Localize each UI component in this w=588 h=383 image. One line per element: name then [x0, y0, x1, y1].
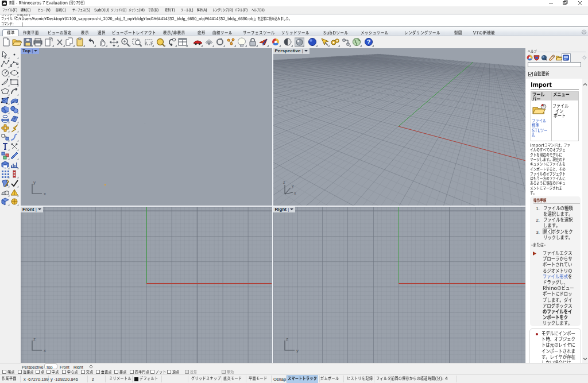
svg-text:y: y — [292, 184, 294, 188]
svg-text:z: z — [33, 337, 36, 342]
svg-text:z: z — [286, 337, 288, 342]
svg-text:?: ? — [367, 38, 371, 45]
svg-text:x: x — [44, 191, 46, 196]
svg-text:z: z — [283, 180, 285, 184]
svg-text:y: y — [296, 348, 299, 353]
svg-text:y: y — [33, 180, 36, 185]
svg-text:x: x — [294, 191, 296, 195]
svg-text:x: x — [44, 348, 46, 353]
